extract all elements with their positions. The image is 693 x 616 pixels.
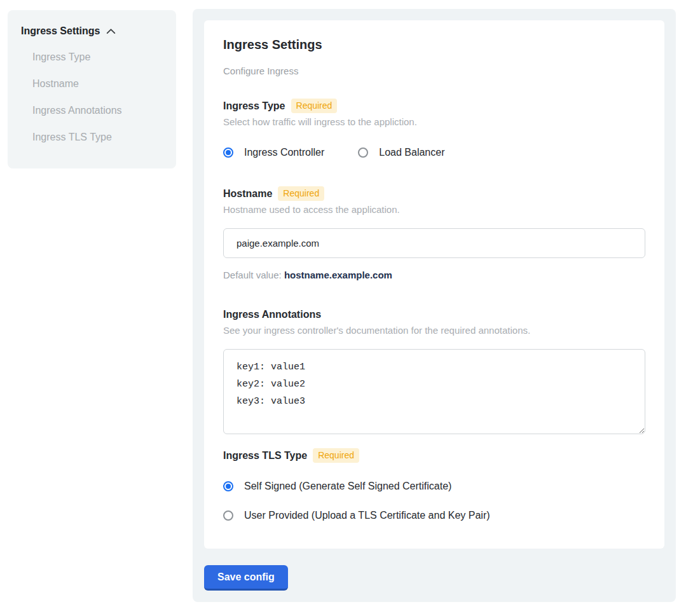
sidebar-item-ingress-annotations[interactable]: Ingress Annotations xyxy=(32,104,163,117)
default-value-label: Default value: xyxy=(223,270,284,280)
sidebar-item-ingress-type[interactable]: Ingress Type xyxy=(32,51,163,64)
radio-load-balancer[interactable]: Load Balancer xyxy=(358,147,444,158)
settings-sidebar: Ingress Settings Ingress Type Hostname I… xyxy=(8,10,176,168)
section-ingress-type: Ingress Type Required Select how traffic… xyxy=(223,99,645,158)
ingress-annotations-textarea[interactable]: key1: value1 key2: value2 key3: value3 xyxy=(223,349,645,434)
ingress-settings-panel: Ingress Settings Configure Ingress Ingre… xyxy=(193,9,676,602)
chevron-up-icon xyxy=(106,26,116,37)
page-subtitle: Configure Ingress xyxy=(223,65,645,77)
default-value-text: hostname.example.com xyxy=(284,270,392,280)
sidebar-item-hostname[interactable]: Hostname xyxy=(32,78,163,90)
radio-ingress-controller-label: Ingress Controller xyxy=(244,147,324,158)
hostname-description: Hostname used to access the application. xyxy=(223,204,645,216)
radio-self-signed[interactable]: Self Signed (Generate Self Signed Certif… xyxy=(223,481,645,492)
sidebar-items: Ingress Type Hostname Ingress Annotation… xyxy=(21,51,163,144)
radio-ingress-controller[interactable]: Ingress Controller xyxy=(223,147,324,158)
save-config-button[interactable]: Save config xyxy=(204,565,288,591)
section-ingress-tls-type: Ingress TLS Type Required Self Signed (G… xyxy=(223,448,645,521)
radio-unselected-icon xyxy=(223,510,233,521)
radio-user-provided[interactable]: User Provided (Upload a TLS Certificate … xyxy=(223,510,645,521)
sidebar-group-label: Ingress Settings xyxy=(21,25,100,37)
section-hostname: Hostname Required Hostname used to acces… xyxy=(223,186,645,281)
radio-user-provided-label: User Provided (Upload a TLS Certificate … xyxy=(244,510,490,521)
radio-self-signed-label: Self Signed (Generate Self Signed Certif… xyxy=(244,481,451,492)
ingress-type-description: Select how traffic will ingress to the a… xyxy=(223,116,645,128)
radio-load-balancer-label: Load Balancer xyxy=(379,147,444,158)
required-badge: Required xyxy=(313,448,359,463)
radio-selected-icon xyxy=(223,481,233,491)
sidebar-item-ingress-tls-type[interactable]: Ingress TLS Type xyxy=(32,131,163,144)
sidebar-group-ingress-settings[interactable]: Ingress Settings xyxy=(21,25,163,37)
ingress-type-radio-group: Ingress Controller Load Balancer xyxy=(223,147,645,158)
required-badge: Required xyxy=(278,186,324,201)
required-badge: Required xyxy=(291,99,338,113)
ingress-settings-card: Ingress Settings Configure Ingress Ingre… xyxy=(204,20,664,549)
page-title: Ingress Settings xyxy=(223,37,645,52)
ingress-annotations-description: See your ingress controller's documentat… xyxy=(223,325,645,336)
hostname-default-line: Default value: hostname.example.com xyxy=(223,270,645,281)
hostname-label: Hostname xyxy=(223,187,272,201)
radio-selected-icon xyxy=(223,147,233,158)
section-ingress-annotations: Ingress Annotations See your ingress con… xyxy=(223,308,645,434)
ingress-type-label: Ingress Type xyxy=(223,99,285,113)
ingress-tls-radio-group: Self Signed (Generate Self Signed Certif… xyxy=(223,481,645,521)
hostname-input[interactable] xyxy=(223,228,645,258)
ingress-tls-type-label: Ingress TLS Type xyxy=(223,449,307,463)
radio-unselected-icon xyxy=(358,147,368,158)
ingress-annotations-label: Ingress Annotations xyxy=(223,308,321,322)
